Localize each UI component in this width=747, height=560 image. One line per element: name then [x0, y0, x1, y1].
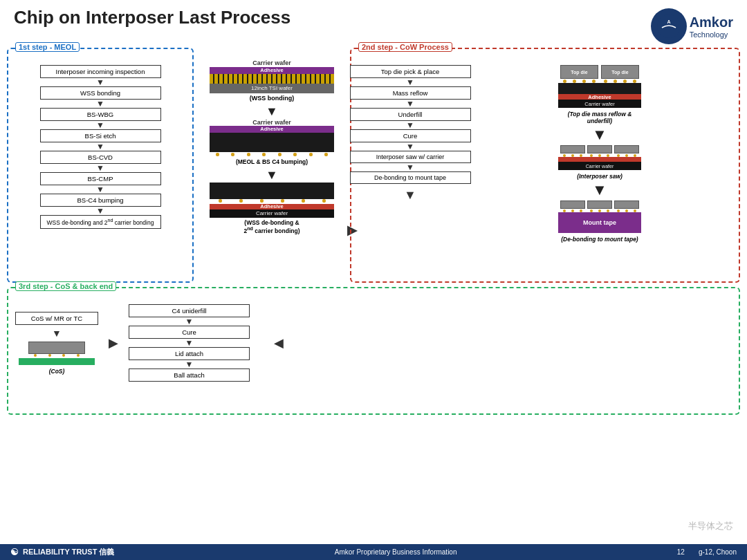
arrow-icon: ▼ [185, 339, 194, 347]
arrow-icon: ▼ [406, 163, 414, 171]
diagram-caption-2: (MEOL & BS C4 bumping) [236, 158, 308, 165]
arrow-icon: ▼ [406, 121, 414, 129]
caption-top-die: (Top die mass reflow &underfill) [568, 111, 632, 124]
cos-diagram [19, 342, 95, 365]
list-item: BS-CMP [40, 172, 161, 185]
list-item: BS-CVD [40, 151, 161, 164]
caption-debond-mount: (De-bonding to mount tape) [561, 236, 638, 243]
list-item: BS-Si etch [40, 129, 161, 142]
step2-box: 2nd step - CoW Process Top die pick & pl… [350, 48, 740, 283]
wafer-stack-1: Carrier wafer Adhesive 12inch TSI wafer [210, 59, 334, 93]
footer-center: Amkor Proprietary Business Information [335, 548, 457, 556]
arrow-down-icon: ▼ [266, 169, 278, 181]
arrow-right-icon: ▶ [109, 335, 118, 351]
footer-right: g-12, Choon [699, 548, 737, 556]
top-die-row: Top die Top die [560, 65, 639, 83]
logo-text: Amkor Technology [690, 15, 733, 39]
arrow-left-icon: ◀ [274, 335, 284, 351]
top-die-diagram: Top die Top die [558, 65, 641, 108]
list-item: Cure [350, 129, 471, 142]
piece-mt-3 [614, 200, 639, 212]
arrow-down-icon: ▼ [592, 127, 607, 142]
footer-left-text: RELIABILITY TRUST 信義 [23, 547, 114, 557]
arrow-down-icon: ▼ [52, 328, 62, 339]
step2-flow: Top die pick & place ▼ Mass reflow ▼ Und… [358, 62, 462, 274]
main-content: 1st step - MEOL Interposer incoming insp… [0, 48, 747, 425]
svg-text:A: A [667, 19, 670, 24]
list-item: Ball attach [129, 368, 250, 382]
die-top-label: Top die [560, 65, 598, 79]
arrow-down-icon: ▼ [592, 183, 607, 198]
step3-label: 3rd step - CoS & back end [15, 281, 116, 291]
top-row: 1st step - MEOL Interposer incoming insp… [7, 48, 740, 283]
footer-left: ☯ RELIABILITY TRUST 信義 [10, 547, 114, 557]
interposer-pieces [560, 145, 639, 157]
step2-inner: Top die pick & place ▼ Mass reflow ▼ Und… [358, 62, 732, 274]
list-item: Interposer incoming inspection [40, 65, 161, 78]
cos-caption: (CoS) [49, 368, 65, 375]
list-item: Top die pick & place [350, 65, 471, 78]
arrow-icon: ▼ [96, 121, 104, 129]
step3-box: 3rd step - CoS & back end CoS w/ MR or T… [7, 287, 740, 415]
step3-inner: CoS w/ MR or TC ▼ (CoS) [15, 304, 732, 382]
arrow-icon: ▼ [96, 78, 104, 86]
arrow-icon: ▼ [96, 164, 104, 172]
mount-tape-diagram: Mount tape [558, 200, 641, 233]
step1-flow: Interposer incoming inspection ▼ WSS bon… [15, 65, 185, 229]
caption-interposer-saw: (Interposer saw) [577, 173, 622, 180]
list-item: WSS de-bonding and 2nd carrier bonding [40, 215, 161, 229]
page-number: 12 [677, 548, 685, 556]
watermark: 半导体之芯 [688, 520, 733, 532]
step3-flow: C4 uniderfill ▼ Cure ▼ Lid attach ▼ Ball… [129, 304, 250, 382]
bottom-row: 3rd step - CoS & back end CoS w/ MR or T… [7, 287, 740, 425]
arrow-down-icon: ▼ [266, 105, 278, 118]
svg-point-0 [657, 15, 681, 38]
list-item: C4 uniderfill [129, 304, 250, 317]
step2-diagrams: Top die Top die [468, 62, 732, 274]
diagram-caption-3: (WSS de-bonding &2nd carrier bonding) [244, 219, 300, 234]
step2-label: 2nd step - CoW Process [358, 42, 452, 52]
wafer-stack-2: Carrier wafer Adhesive [210, 119, 334, 157]
cos-item: CoS w/ MR or TC [15, 312, 98, 325]
step3-left: CoS w/ MR or TC ▼ (CoS) [15, 312, 98, 375]
diagram-caption-1: (WSS bonding) [250, 95, 294, 102]
list-item: Underfill [350, 108, 471, 121]
logo-amkor: Amkor [690, 15, 733, 30]
list-item: Cure [129, 326, 250, 339]
list-item: BS-C4 bumping [40, 194, 161, 207]
list-item: BS-WBG [40, 108, 161, 121]
list-item: De-bonding to mount tape [350, 171, 471, 184]
step1-label: 1st step - MEOL [15, 42, 80, 52]
piece-mt-2 [587, 200, 612, 212]
piece-mt-1 [560, 200, 585, 212]
step1-diagram: Carrier wafer Adhesive 12inch TSI wafer … [199, 48, 344, 283]
piece-3 [614, 145, 639, 157]
list-item: Interposer saw w/ carrier [350, 151, 471, 163]
die-2: Top die [601, 65, 639, 83]
step1-box: 1st step - MEOL Interposer incoming insp… [7, 48, 194, 283]
header: Chip on Interposer Last Process A Amkor … [0, 0, 747, 48]
reliability-icon: ☯ [10, 547, 19, 557]
list-item: WSS bonding [40, 86, 161, 100]
arrow-icon: ▼ [185, 317, 194, 326]
arrow-icon: ▼ [185, 360, 194, 368]
footer-right-group: 12 g-12, Choon [677, 548, 737, 556]
arrow-icon: ▼ [406, 142, 414, 151]
arrow-icon: ▼ [406, 78, 414, 86]
list-item: Mass reflow [350, 86, 471, 100]
logo: A Amkor Technology [651, 8, 733, 44]
logo-icon: A [651, 8, 687, 44]
mount-tape: Mount tape [558, 212, 641, 233]
die-top: Top die [601, 65, 639, 79]
wafer-stack-3: Adhesive Carrier wafer [210, 183, 334, 218]
arrow-icon: ▼ [96, 185, 104, 194]
footer: ☯ RELIABILITY TRUST 信義 Amkor Proprietary… [0, 544, 747, 560]
arrow-down-icon: ▼ [404, 188, 416, 203]
arrow-icon: ▼ [96, 100, 104, 108]
piece-2 [587, 145, 612, 157]
list-item: Lid attach [129, 347, 250, 360]
die-1: Top die [560, 65, 598, 83]
page-title: Chip on Interposer Last Process [14, 7, 290, 28]
piece-1 [560, 145, 585, 157]
arrow-icon: ▼ [406, 100, 414, 108]
